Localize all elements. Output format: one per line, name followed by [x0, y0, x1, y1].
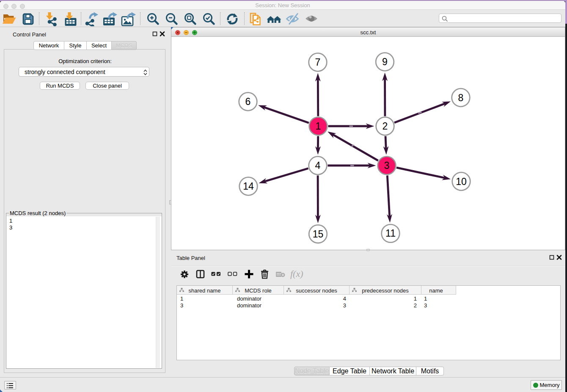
svg-text:14: 14 — [243, 181, 254, 192]
svg-text:11: 11 — [385, 228, 396, 239]
svg-text:9: 9 — [382, 56, 388, 67]
svg-text:10: 10 — [456, 176, 467, 187]
svg-text:15: 15 — [313, 229, 324, 240]
svg-text:1: 1 — [316, 121, 321, 132]
svg-text:8: 8 — [458, 92, 464, 103]
svg-text:2: 2 — [383, 121, 388, 132]
svg-text:7: 7 — [315, 57, 321, 68]
svg-text:3: 3 — [384, 160, 390, 171]
svg-text:6: 6 — [245, 96, 251, 107]
svg-text:4: 4 — [315, 160, 321, 171]
